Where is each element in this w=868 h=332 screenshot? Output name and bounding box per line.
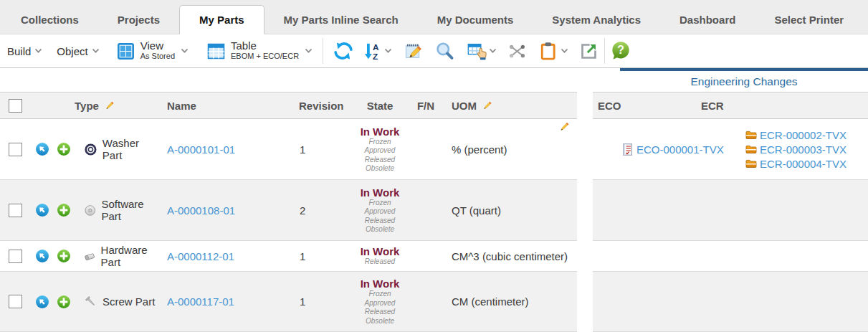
edit-pencil-icon[interactable]	[482, 100, 492, 110]
build-menu-button[interactable]: Build	[7, 45, 42, 57]
tab-my-parts[interactable]: My Parts	[179, 5, 264, 34]
ecr-link[interactable]: ECR-000003-TVX	[760, 143, 846, 156]
search-button[interactable]	[434, 41, 454, 61]
navigate-button[interactable]	[32, 203, 53, 217]
edit-pencil-icon[interactable]	[105, 100, 115, 110]
clipboard-button[interactable]	[538, 41, 568, 61]
column-header-revision: Revision	[290, 100, 351, 112]
state-sub: Approved	[365, 299, 396, 308]
software-part-icon	[84, 204, 96, 217]
state-sub: Released	[365, 257, 395, 267]
toolbar: Build Object View As Stored	[0, 34, 868, 68]
svg-text:Z: Z	[373, 51, 378, 60]
row-checkbox[interactable]	[9, 295, 22, 308]
navigate-icon	[35, 295, 49, 309]
refresh-icon	[333, 41, 353, 61]
add-button[interactable]	[53, 203, 75, 217]
state-current: In Work	[361, 245, 400, 257]
part-name-link[interactable]: A-0000112-01	[167, 250, 234, 262]
select-columns-icon	[467, 41, 487, 61]
navigate-button[interactable]	[32, 142, 53, 156]
add-icon	[57, 203, 71, 217]
folder-icon[interactable]	[745, 130, 757, 140]
part-name-link[interactable]: A-0000117-01	[167, 295, 234, 308]
table-menu-value: EBOM + ECO/ECR	[231, 51, 299, 62]
tab-collections[interactable]: Collections	[1, 5, 98, 34]
add-button[interactable]	[53, 249, 75, 263]
object-menu-label: Object	[57, 45, 87, 57]
help-icon: ?	[611, 41, 631, 61]
tab-system-analytics[interactable]: System Analytics	[533, 5, 660, 34]
add-icon	[57, 142, 71, 156]
open-new-window-icon	[579, 42, 598, 61]
select-columns-button[interactable]	[467, 41, 497, 61]
connections-icon	[507, 42, 527, 61]
search-icon	[434, 41, 454, 61]
part-type-label: Washer Part	[102, 137, 161, 161]
row-checkbox[interactable]	[9, 143, 22, 156]
table-menu-button[interactable]: Table EBOM + ECO/ECR	[207, 40, 313, 62]
open-new-window-button[interactable]	[579, 42, 598, 61]
eco-document-icon[interactable]	[622, 143, 633, 156]
column-header-state: State	[351, 100, 409, 112]
state-cell: In Work Released	[351, 241, 409, 271]
add-icon	[57, 295, 71, 309]
edit-pencil-icon[interactable]	[559, 121, 570, 132]
state-sub: Obsolete	[366, 164, 394, 174]
view-menu-button[interactable]: View As Stored	[117, 40, 189, 62]
tab-my-parts-inline-search[interactable]: My Parts Inline Search	[264, 5, 418, 34]
state-sub: Released	[365, 156, 395, 165]
part-revision: 1	[290, 143, 351, 156]
row-checkbox[interactable]	[9, 250, 22, 263]
select-all-checkbox[interactable]	[9, 99, 22, 113]
view-grid-icon	[117, 42, 135, 60]
table-row	[593, 272, 868, 332]
sort-button[interactable]: A Z	[363, 42, 392, 61]
screw-part-icon	[84, 295, 97, 308]
refresh-button[interactable]	[333, 41, 353, 61]
folder-icon[interactable]	[745, 144, 757, 154]
column-header-type: Type	[75, 100, 99, 112]
state-current: In Work	[361, 125, 400, 138]
table-row: Screw Part A-0000117-01 1 In Work Frozen…	[0, 272, 577, 332]
ecr-link[interactable]: ECR-000002-TVX	[760, 128, 846, 142]
svg-text:?: ?	[617, 44, 624, 56]
tab-my-documents[interactable]: My Documents	[418, 5, 533, 34]
connections-button[interactable]	[507, 42, 527, 61]
state-sub: Released	[365, 308, 395, 317]
row-checkbox[interactable]	[9, 204, 22, 217]
edit-button[interactable]	[404, 41, 424, 61]
folder-icon[interactable]	[745, 158, 757, 169]
parts-grid-header: Type Name Revision State F/N UOM	[0, 92, 577, 119]
state-sub: Released	[365, 217, 395, 226]
column-header-fn: F/N	[409, 100, 443, 112]
state-current: In Work	[361, 186, 400, 199]
view-menu-value: As Stored	[140, 51, 175, 62]
eco-link[interactable]: ECO-000001-TVX	[636, 143, 724, 156]
view-menu-label: View	[140, 40, 163, 51]
tab-dashboard[interactable]: Dashboard	[660, 5, 755, 34]
navigate-button[interactable]	[32, 249, 53, 263]
state-cell: In Work Frozen Approved Released Obsolet…	[351, 272, 409, 331]
part-name-link[interactable]: A-0000101-01	[167, 143, 235, 156]
add-button[interactable]	[53, 142, 75, 156]
column-header-eco: ECO	[593, 100, 695, 112]
table-row: ECO-000001-TVX ECR-000002-TVX ECR-000003…	[593, 119, 868, 180]
panel-accent-line	[620, 68, 868, 71]
part-name-link[interactable]: A-0000108-01	[167, 204, 235, 217]
tab-select-printer[interactable]: Select Printer	[755, 5, 863, 34]
ecr-link[interactable]: ECR-000004-TVX	[760, 157, 846, 171]
add-button[interactable]	[53, 295, 75, 309]
tab-projects[interactable]: Projects	[98, 5, 179, 34]
object-menu-button[interactable]: Object	[57, 45, 99, 57]
help-button[interactable]: ?	[611, 41, 631, 61]
add-icon	[57, 249, 71, 263]
parts-grid: Type Name Revision State F/N UOM	[0, 68, 577, 332]
state-current: In Work	[361, 278, 400, 290]
part-revision: 2	[290, 204, 351, 217]
table-row	[593, 241, 868, 272]
table-row	[593, 180, 868, 241]
engineering-changes-panel: Engineering Changes ECO ECR ECO-000	[593, 68, 868, 332]
navigate-button[interactable]	[32, 295, 53, 309]
part-type-label: Software Part	[101, 198, 161, 222]
